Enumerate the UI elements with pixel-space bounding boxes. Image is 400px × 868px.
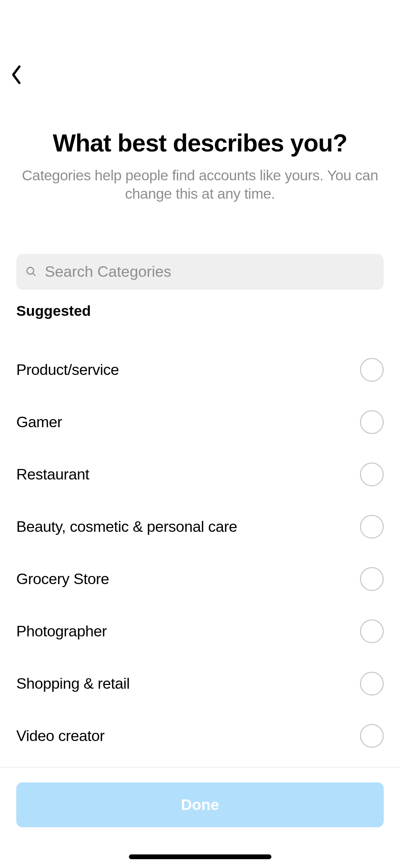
category-label: Gamer bbox=[16, 413, 62, 431]
radio-unchecked[interactable] bbox=[360, 463, 384, 486]
category-label: Grocery Store bbox=[16, 570, 109, 588]
page-title: What best describes you? bbox=[16, 129, 384, 157]
category-item-photographer[interactable]: Photographer bbox=[16, 605, 384, 657]
category-item-restaurant[interactable]: Restaurant bbox=[16, 448, 384, 501]
radio-unchecked[interactable] bbox=[360, 567, 384, 591]
radio-unchecked[interactable] bbox=[360, 619, 384, 643]
page-subtitle: Categories help people find accounts lik… bbox=[16, 166, 384, 203]
radio-unchecked[interactable] bbox=[360, 672, 384, 695]
category-item-shopping[interactable]: Shopping & retail bbox=[16, 657, 384, 710]
search-box[interactable] bbox=[16, 254, 384, 290]
search-input[interactable] bbox=[45, 263, 374, 281]
category-label: Shopping & retail bbox=[16, 675, 130, 692]
chevron-left-icon bbox=[10, 65, 22, 85]
search-icon bbox=[26, 266, 37, 277]
category-list: Product/service Gamer Restaurant Beauty,… bbox=[0, 344, 400, 762]
category-item-grocery[interactable]: Grocery Store bbox=[16, 553, 384, 605]
category-label: Photographer bbox=[16, 622, 107, 640]
category-item-video-creator[interactable]: Video creator bbox=[16, 710, 384, 762]
radio-unchecked[interactable] bbox=[360, 724, 384, 748]
svg-line-1 bbox=[33, 273, 35, 276]
done-button[interactable]: Done bbox=[16, 782, 384, 827]
section-header-suggested: Suggested bbox=[0, 290, 400, 319]
category-item-product-service[interactable]: Product/service bbox=[16, 344, 384, 396]
category-label: Video creator bbox=[16, 727, 104, 745]
radio-unchecked[interactable] bbox=[360, 410, 384, 434]
radio-unchecked[interactable] bbox=[360, 358, 384, 382]
category-item-gamer[interactable]: Gamer bbox=[16, 396, 384, 448]
category-label: Restaurant bbox=[16, 466, 89, 483]
category-label: Beauty, cosmetic & personal care bbox=[16, 518, 237, 536]
home-indicator[interactable] bbox=[129, 854, 271, 859]
radio-unchecked[interactable] bbox=[360, 515, 384, 539]
category-label: Product/service bbox=[16, 361, 119, 379]
back-button[interactable] bbox=[10, 65, 31, 85]
category-item-beauty[interactable]: Beauty, cosmetic & personal care bbox=[16, 501, 384, 553]
